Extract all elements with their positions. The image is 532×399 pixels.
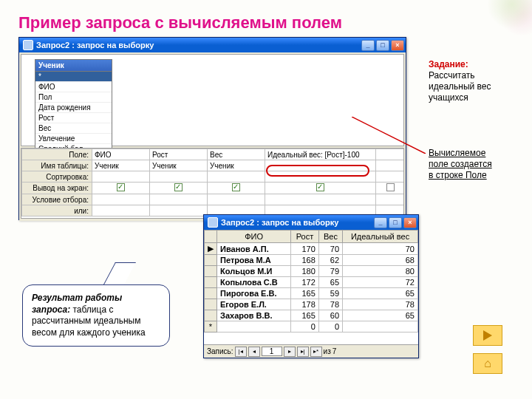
design-grid-cell[interactable]: [150, 194, 208, 205]
design-grid-cell[interactable]: [376, 149, 405, 160]
home-slide-button[interactable]: ⌂: [473, 353, 502, 374]
new-record-selector[interactable]: *: [205, 321, 217, 332]
maximize-button[interactable]: □: [389, 217, 402, 228]
result-cell[interactable]: Пирогова Е.В.: [217, 288, 291, 299]
result-cell[interactable]: [217, 321, 291, 332]
field-list-item[interactable]: Пол: [35, 92, 112, 103]
row-selector[interactable]: [205, 255, 217, 266]
result-cell[interactable]: 172: [291, 277, 319, 288]
result-cell[interactable]: 70: [343, 243, 418, 255]
row-selector[interactable]: [205, 277, 217, 288]
close-button[interactable]: ×: [391, 40, 404, 51]
nav-first-button[interactable]: |◂: [235, 347, 247, 357]
field-list-item[interactable]: Вес: [35, 123, 112, 134]
row-selector-header: [205, 231, 217, 243]
result-cell[interactable]: 178: [291, 299, 319, 310]
design-grid-cell[interactable]: [92, 171, 150, 183]
result-column-header[interactable]: Идеальный вес: [343, 231, 418, 243]
result-column-header[interactable]: ФИО: [217, 231, 291, 243]
result-cell[interactable]: 70: [318, 243, 342, 255]
result-cell[interactable]: Петрова М.А: [217, 255, 291, 266]
maximize-button[interactable]: □: [376, 40, 389, 51]
design-grid-cell[interactable]: [208, 183, 265, 194]
design-grid-cell[interactable]: Ученик: [150, 160, 208, 171]
result-cell[interactable]: 165: [291, 288, 319, 299]
result-cell[interactable]: 62: [318, 255, 342, 266]
nav-new-button[interactable]: ▸*: [310, 347, 322, 357]
design-grid-cell[interactable]: Ученик: [92, 160, 150, 171]
result-cell[interactable]: [343, 321, 418, 332]
design-grid-cell[interactable]: [208, 194, 265, 205]
result-cell[interactable]: Копылова С.В: [217, 277, 291, 288]
nav-next-button[interactable]: ▸: [284, 347, 296, 357]
result-cell[interactable]: 59: [318, 288, 342, 299]
table-field-list[interactable]: Ученик *ФИОПолДата рожденияРостВесУвлече…: [35, 59, 112, 155]
result-cell[interactable]: 170: [291, 243, 319, 255]
result-cell[interactable]: 78: [318, 299, 342, 310]
design-grid-cell[interactable]: ФИО: [92, 149, 150, 160]
field-list-item[interactable]: Дата рождения: [35, 103, 112, 113]
result-cell[interactable]: 65: [318, 277, 342, 288]
design-grid-cell[interactable]: [150, 171, 208, 183]
result-cell[interactable]: 0: [318, 321, 342, 332]
result-titlebar[interactable]: Запрос2 : запрос на выборку _ □ ×: [204, 215, 418, 230]
design-grid-cell[interactable]: [150, 205, 208, 216]
row-selector[interactable]: [205, 266, 217, 277]
result-column-header[interactable]: Рост: [291, 231, 319, 243]
design-grid-cell[interactable]: Ученик: [208, 160, 265, 171]
minimize-button[interactable]: _: [374, 217, 387, 228]
nav-current-input[interactable]: [262, 347, 282, 356]
design-grid-cell[interactable]: [150, 183, 208, 194]
result-cell[interactable]: Иванов А.П.: [217, 243, 291, 255]
design-grid-cell[interactable]: Идеальный вес: [Рост]-100: [265, 149, 376, 160]
nav-prev-button[interactable]: ◂: [248, 347, 260, 357]
result-cell[interactable]: 168: [291, 255, 319, 266]
minimize-button[interactable]: _: [361, 40, 375, 51]
design-grid-cell[interactable]: [265, 183, 376, 194]
design-grid-cell[interactable]: [376, 194, 405, 205]
design-grid-cell[interactable]: [376, 160, 405, 171]
nav-label: Запись:: [207, 347, 233, 355]
result-cell[interactable]: 0: [291, 321, 319, 332]
field-list-item[interactable]: Увлечение: [35, 134, 112, 144]
design-grid-cell[interactable]: [376, 183, 405, 194]
field-list-item[interactable]: ФИО: [35, 82, 112, 92]
design-titlebar[interactable]: Запрос2 : запрос на выборку _ □ ×: [19, 38, 406, 52]
calc-line3: в строке Поле: [429, 170, 487, 180]
design-grid-cell[interactable]: [92, 194, 150, 205]
design-grid-cell[interactable]: [265, 194, 376, 205]
result-cell[interactable]: Захаров В.В.: [217, 310, 291, 321]
result-cell[interactable]: 72: [343, 277, 418, 288]
row-selector[interactable]: [205, 288, 217, 299]
result-table[interactable]: ФИОРостВесИдеальный вес▶Иванов А.П.17070…: [204, 230, 418, 332]
result-cell[interactable]: 78: [343, 299, 418, 310]
field-list-item[interactable]: *: [35, 72, 112, 82]
result-cell[interactable]: 165: [291, 310, 319, 321]
result-column-header[interactable]: Вес: [318, 231, 342, 243]
close-button[interactable]: ×: [403, 217, 417, 228]
design-grid-cell[interactable]: Вес: [208, 149, 265, 160]
design-grid-cell[interactable]: [208, 171, 265, 183]
result-cell[interactable]: 180: [291, 266, 319, 277]
result-cell[interactable]: Кольцов М.И: [217, 266, 291, 277]
result-cell[interactable]: 60: [318, 310, 342, 321]
result-cell[interactable]: 79: [318, 266, 342, 277]
design-grid-cell[interactable]: [92, 205, 150, 216]
tables-pane[interactable]: Ученик *ФИОПолДата рожденияРостВесУвлече…: [21, 54, 404, 146]
design-grid-cell[interactable]: [92, 183, 150, 194]
result-cell[interactable]: 80: [343, 266, 418, 277]
calc-line1: Вычисляемое: [429, 148, 485, 158]
design-grid-cell[interactable]: Рост: [150, 149, 208, 160]
result-cell[interactable]: 65: [343, 310, 418, 321]
design-grid-cell[interactable]: [376, 171, 405, 183]
result-cell[interactable]: Егоров Е.Л.: [217, 299, 291, 310]
row-selector[interactable]: ▶: [205, 243, 217, 255]
next-slide-button[interactable]: [473, 325, 502, 346]
nav-last-button[interactable]: ▸|: [297, 347, 309, 357]
field-list-item[interactable]: Рост: [35, 113, 112, 123]
result-cell[interactable]: 68: [343, 255, 418, 266]
result-cell[interactable]: 65: [343, 288, 418, 299]
row-selector[interactable]: [205, 299, 217, 310]
design-grid[interactable]: Поле:ФИОРостВесИдеальный вес: [Рост]-100…: [21, 148, 404, 219]
row-selector[interactable]: [205, 310, 217, 321]
